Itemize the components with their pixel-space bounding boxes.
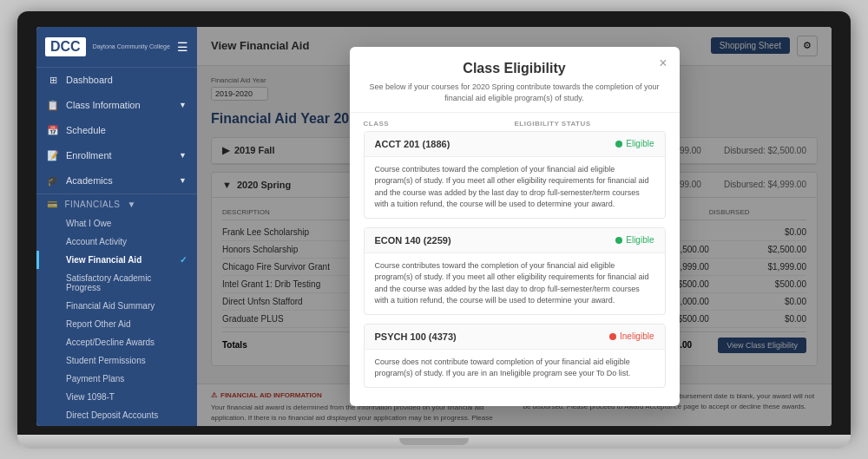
sidebar-item-student-permissions[interactable]: Student Permissions [36, 351, 197, 370]
course-code-psych100: PSYCH 100 (4373) [375, 331, 457, 342]
class-eligibility-modal: Class Eligibility See below if your cour… [350, 47, 680, 406]
sidebar-item-accept-decline[interactable]: Accept/Decline Awards [36, 333, 197, 351]
dcc-tagline: Daytona Community College [93, 43, 170, 50]
financials-label: Financials [65, 200, 121, 209]
course-desc-acct201: Course contributes toward the completion… [365, 157, 665, 218]
financials-section-header[interactable]: 💳 Financials ▼ [36, 193, 197, 214]
sidebar: DCC Daytona Community College ☰ ⊞ Dashbo… [36, 27, 197, 426]
sidebar-logo: DCC Daytona Community College ☰ [36, 27, 197, 68]
sidebar-item-direct-deposit[interactable]: Direct Deposit Accounts [36, 406, 197, 424]
student-permissions-label: Student Permissions [66, 356, 146, 365]
laptop-base [17, 435, 851, 449]
sidebar-item-view-financial-aid[interactable]: View Financial Aid ✓ [36, 251, 197, 269]
modal-col-headers: CLASS ELIGIBILITY STATUS [350, 113, 680, 131]
status-text-psych100: Ineligible [620, 331, 654, 341]
modal-header: Class Eligibility See below if your cour… [350, 47, 680, 113]
sidebar-label-schedule: Schedule [66, 125, 106, 135]
sidebar-item-account-activity[interactable]: Account Activity [36, 233, 197, 251]
course-header-acct201: ACCT 201 (1886) Eligible [365, 132, 665, 157]
status-badge-psych100: Ineligible [609, 331, 654, 341]
class-info-icon: 📋 [47, 100, 59, 111]
sidebar-item-dashboard[interactable]: ⊞ Dashboard [36, 68, 197, 93]
sidebar-item-view-1098t[interactable]: View 1098-T [36, 388, 197, 406]
screen-inner: DCC Daytona Community College ☰ ⊞ Dashbo… [36, 27, 832, 426]
academics-icon: 🎓 [47, 175, 59, 187]
direct-deposit-label: Direct Deposit Accounts [66, 410, 158, 420]
chevron-icon-financials: ▼ [127, 200, 135, 209]
col-eligibility-header: ELIGIBILITY STATUS [515, 120, 666, 128]
report-other-aid-label: Report Other Aid [66, 319, 130, 329]
laptop-notch [399, 438, 469, 445]
what-i-owe-label: What I Owe [66, 219, 111, 228]
sidebar-item-report-other-aid[interactable]: Report Other Aid [36, 315, 197, 333]
view-1098t-label: View 1098-T [66, 392, 115, 402]
main-content: View Financial Aid Shopping Sheet ⚙ Fina… [197, 27, 832, 426]
sidebar-label-enrollment: Enrollment [66, 150, 112, 161]
modal-body: ACCT 201 (1886) Eligible Course contribu… [350, 131, 680, 403]
sidebar-item-schedule[interactable]: 📅 Schedule [36, 118, 197, 143]
chevron-icon: ▼ [179, 101, 187, 109]
view-financial-aid-label: View Financial Aid [66, 255, 141, 265]
course-block-acct201: ACCT 201 (1886) Eligible Course contribu… [364, 131, 666, 219]
sidebar-label-class-info: Class Information [66, 100, 141, 110]
laptop-wrapper: DCC Daytona Community College ☰ ⊞ Dashbo… [17, 11, 851, 449]
sidebar-label-dashboard: Dashboard [66, 75, 113, 85]
schedule-icon: 📅 [47, 125, 59, 136]
payment-plans-label: Payment Plans [66, 374, 124, 384]
dashboard-icon: ⊞ [47, 75, 59, 86]
status-text-acct201: Eligible [626, 139, 654, 148]
hamburger-icon[interactable]: ☰ [177, 40, 188, 54]
status-badge-econ140: Eligible [615, 235, 654, 245]
modal-title: Class Eligibility [367, 61, 662, 76]
account-activity-label: Account Activity [66, 237, 127, 246]
col-class-header: CLASS [364, 120, 515, 128]
modal-subtitle: See below if your courses for 2020 Sprin… [367, 82, 662, 105]
sidebar-item-enrollment[interactable]: 📝 Enrollment ▼ [36, 143, 197, 168]
financials-icon: 💳 [47, 200, 58, 209]
sidebar-item-what-i-owe[interactable]: What I Owe [36, 214, 197, 233]
course-header-econ140: ECON 140 (2259) Eligible [365, 228, 665, 253]
sidebar-item-academics[interactable]: 🎓 Academics ▼ [36, 168, 197, 193]
course-header-psych100: PSYCH 100 (4373) Ineligible [365, 325, 665, 350]
sidebar-item-satisfactory[interactable]: Satisfactory Academic Progress [36, 269, 197, 297]
modal-footer: OK [350, 403, 680, 406]
course-desc-econ140: Course contributes toward the completion… [365, 253, 665, 314]
chevron-icon-enrollment: ▼ [179, 151, 187, 160]
sidebar-item-fa-summary[interactable]: Financial Aid Summary [36, 297, 197, 315]
sidebar-label-academics: Academics [66, 175, 113, 186]
modal-close-button[interactable]: × [659, 56, 667, 71]
course-desc-psych100: Course does not contribute toward comple… [365, 350, 665, 387]
status-badge-acct201: Eligible [615, 139, 654, 148]
accept-decline-label: Accept/Decline Awards [66, 338, 155, 347]
laptop-screen: DCC Daytona Community College ☰ ⊞ Dashbo… [17, 11, 851, 435]
checkmark-icon: ✓ [180, 255, 187, 265]
sidebar-item-class-information[interactable]: 📋 Class Information ▼ [36, 93, 197, 118]
status-dot-econ140 [615, 237, 622, 244]
course-code-econ140: ECON 140 (2259) [375, 235, 451, 246]
course-block-econ140: ECON 140 (2259) Eligible Course contribu… [364, 227, 666, 315]
status-dot-acct201 [615, 141, 622, 148]
status-text-econ140: Eligible [626, 235, 654, 245]
enrollment-icon: 📝 [47, 150, 59, 161]
satisfactory-label: Satisfactory Academic Progress [66, 273, 187, 292]
chevron-icon-academics: ▼ [179, 176, 187, 185]
fa-summary-label: Financial Aid Summary [66, 301, 155, 311]
sidebar-item-my-loans[interactable]: My Loans [36, 424, 197, 426]
course-block-psych100: PSYCH 100 (4373) Ineligible Course does … [364, 324, 666, 388]
status-dot-psych100 [609, 333, 616, 340]
course-code-acct201: ACCT 201 (1886) [375, 139, 450, 149]
sidebar-item-payment-plans[interactable]: Payment Plans [36, 370, 197, 388]
dcc-logo-text: DCC [45, 37, 86, 56]
modal-overlay[interactable]: Class Eligibility See below if your cour… [197, 27, 832, 426]
